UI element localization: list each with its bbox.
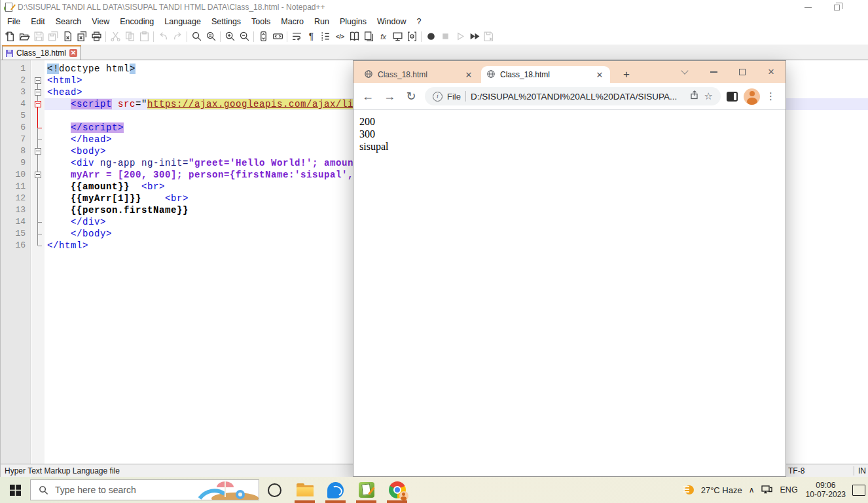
browser-maximize-button[interactable]	[728, 61, 757, 83]
weather-widget[interactable]: 27°C Haze	[683, 483, 742, 496]
start-button[interactable]	[0, 477, 30, 503]
bookmark-star-icon[interactable]: ☆	[704, 90, 713, 102]
open-button[interactable]	[17, 29, 31, 44]
macro-run-multiple-button[interactable]	[467, 29, 481, 44]
address-bar[interactable]: i File D:/SISUPAL%20TANDI%20ALL%20DATA/S…	[425, 87, 721, 105]
indent-guide-button[interactable]	[318, 29, 333, 44]
side-panel-icon[interactable]	[727, 92, 738, 102]
copy-button[interactable]	[122, 29, 137, 44]
file-monitor-button[interactable]	[390, 29, 405, 44]
menu-run[interactable]: Run	[309, 16, 335, 28]
browser-tab[interactable]: Class_18.html✕	[481, 66, 610, 83]
profile-avatar[interactable]	[744, 88, 760, 105]
user-language-button[interactable]: </>	[333, 29, 347, 44]
menu-window[interactable]: Window	[372, 16, 411, 28]
chat-app-button[interactable]	[320, 477, 351, 503]
search-highlight-graphic[interactable]	[198, 479, 259, 500]
cut-button[interactable]	[108, 29, 122, 44]
sync-horizontal-button[interactable]	[270, 29, 285, 44]
document-switcher-button[interactable]	[405, 29, 419, 44]
document-tab-label: Class_18.html	[16, 48, 66, 58]
tab-close-icon[interactable]: ✕	[594, 70, 605, 80]
paste-button[interactable]	[137, 29, 151, 44]
share-icon[interactable]	[689, 90, 700, 103]
menu-encoding[interactable]: Encoding	[115, 16, 159, 28]
macro-save-icon	[483, 31, 494, 42]
save-all-button[interactable]	[46, 29, 60, 44]
line-number: 7	[1, 134, 31, 145]
cortana-button[interactable]	[259, 483, 289, 497]
taskbar-search-box[interactable]: Type here to search	[30, 479, 259, 500]
document-list-button[interactable]	[361, 29, 376, 44]
new-file-button[interactable]	[3, 29, 17, 44]
word-wrap-button[interactable]	[289, 29, 304, 44]
input-language-indicator[interactable]: ENG	[779, 485, 799, 494]
tab-close-icon[interactable]: ✕	[463, 70, 474, 80]
undo-button[interactable]	[156, 29, 170, 44]
menu-help[interactable]: ?	[411, 16, 426, 28]
line-number: 14	[1, 216, 31, 228]
menu-language[interactable]: Language	[159, 16, 206, 28]
chrome-taskbar-button[interactable]	[382, 477, 412, 503]
browser-minimize-button[interactable]	[699, 61, 728, 83]
show-all-characters-button[interactable]: ¶	[304, 29, 318, 44]
browser-menu-icon[interactable]: ⋮	[766, 90, 774, 102]
clock[interactable]: 09:06 10-07-2023	[806, 481, 846, 499]
menu-search[interactable]: Search	[50, 16, 87, 28]
url-text[interactable]: D:/SISUPAL%20TANDI%20ALL%20DATA/SISUPA..…	[471, 92, 685, 102]
zoom-out-button[interactable]	[237, 29, 251, 44]
function-list-button[interactable]: fx	[376, 29, 390, 44]
notepadpp-taskbar-button[interactable]	[351, 477, 382, 503]
menu-macro[interactable]: Macro	[276, 16, 309, 28]
fold-toggle-box[interactable]	[31, 145, 45, 157]
redo-button[interactable]	[170, 29, 185, 44]
line-number: 2	[1, 75, 31, 86]
close-all-documents-button[interactable]	[75, 29, 89, 44]
fold-toggle-box[interactable]	[31, 169, 45, 181]
fold-toggle-box[interactable]	[31, 75, 45, 86]
browser-tab[interactable]: Class_18.html✕	[359, 66, 479, 83]
forward-button[interactable]: →	[382, 90, 397, 103]
running-indicator	[295, 500, 315, 503]
redo-icon	[172, 31, 183, 42]
file-explorer-button[interactable]	[289, 477, 320, 503]
fold-toggle-box[interactable]	[31, 86, 45, 98]
show-hidden-icons-chevron[interactable]: ∧	[749, 485, 755, 494]
new-tab-button[interactable]: +	[619, 67, 634, 83]
globe-favicon	[364, 69, 373, 81]
toolbar-separator	[105, 31, 106, 42]
menu-tools[interactable]: Tools	[246, 16, 276, 28]
document-tab[interactable]: Class_18.html ✕	[2, 45, 81, 60]
document-map-button[interactable]	[347, 29, 361, 44]
menu-plugins[interactable]: Plugins	[335, 16, 372, 28]
tab-search-chevron-icon[interactable]	[670, 61, 699, 83]
zoom-in-button[interactable]	[223, 29, 237, 44]
menu-settings[interactable]: Settings	[206, 16, 246, 28]
close-document-button[interactable]	[60, 29, 75, 44]
function-list-icon: fx	[378, 31, 389, 42]
restore-button[interactable]	[822, 0, 851, 14]
print-button[interactable]	[89, 29, 103, 44]
page-info-icon[interactable]: i	[433, 92, 443, 102]
reload-button[interactable]: ↻	[403, 89, 419, 103]
file-monitor-icon	[392, 31, 403, 42]
toolbar-separator	[153, 31, 154, 42]
macro-save-button[interactable]	[481, 29, 496, 44]
menu-view[interactable]: View	[86, 16, 115, 28]
tab-close-icon[interactable]: ✕	[69, 49, 77, 57]
fold-toggle-box[interactable]	[31, 98, 45, 110]
browser-close-button[interactable]: ×	[757, 61, 786, 83]
sync-vertical-button[interactable]	[256, 29, 270, 44]
minimize-button[interactable]	[793, 0, 822, 14]
save-button[interactable]	[31, 29, 46, 44]
replace-button[interactable]	[204, 29, 218, 44]
menu-edit[interactable]: Edit	[26, 16, 50, 28]
macro-record-button[interactable]	[424, 29, 438, 44]
macro-play-button[interactable]	[452, 29, 467, 44]
back-button[interactable]: ←	[360, 90, 376, 103]
macro-stop-button[interactable]	[438, 29, 452, 44]
menu-file[interactable]: File	[2, 16, 26, 28]
action-center-icon[interactable]	[852, 485, 865, 496]
network-icon[interactable]	[761, 484, 772, 496]
find-button[interactable]	[189, 29, 204, 44]
